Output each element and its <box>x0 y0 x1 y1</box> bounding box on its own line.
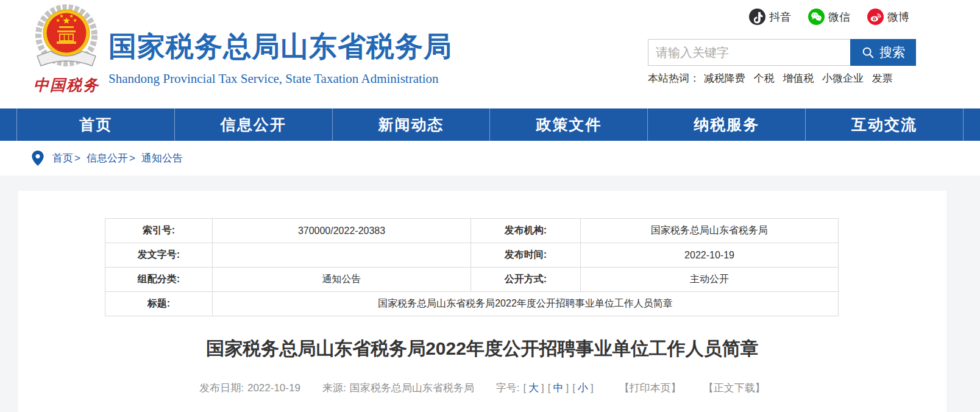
font-size-large-button[interactable]: [大] <box>523 381 544 395</box>
site-subtitle: Shandong Provincial Tax Service, State T… <box>108 71 452 87</box>
search-bar: 搜索 <box>648 39 916 66</box>
category-value: 通知公告 <box>213 268 471 292</box>
document-number-label: 发文字号: <box>105 243 213 268</box>
social-links: 抖音 微信 <box>749 9 909 25</box>
disclosure-method-label: 公开方式: <box>471 268 581 292</box>
nav-item-interaction[interactable]: 互动交流 <box>805 108 964 141</box>
publish-time-label: 发布时间: <box>471 243 581 268</box>
site-title: 国家税务总局山东省税务局 <box>108 28 452 66</box>
print-page-button[interactable]: 【打印本页】 <box>619 381 681 395</box>
source-label: 来源: <box>322 381 346 395</box>
tax-emblem-icon: ★ ★ ★ ★ ★ <box>32 4 101 74</box>
document-number-value <box>213 243 471 268</box>
wechat-label: 微信 <box>828 10 850 24</box>
search-input[interactable] <box>648 39 850 66</box>
bracket: [ <box>572 382 575 394</box>
publishing-authority-value: 国家税务总局山东省税务局 <box>581 219 839 243</box>
table-row: 发文字号: 发布时间: 2022-10-19 <box>105 243 839 268</box>
publishing-authority-label: 发布机构: <box>471 219 581 243</box>
bracket: ] <box>541 382 544 394</box>
title-label: 标题: <box>105 292 213 316</box>
font-size-group: 字号: [大] [中] [小] <box>496 381 597 395</box>
nav-item-tax-services[interactable]: 纳税服务 <box>647 108 805 141</box>
font-size-small-button[interactable]: [小] <box>572 381 593 395</box>
wechat-icon <box>808 9 825 25</box>
nav-item-info-disclosure[interactable]: 信息公开 <box>174 108 332 141</box>
site-header: ★ ★ ★ ★ ★ 中国税务 国家税务总局山东省税务局 Shandong Pro… <box>0 0 980 108</box>
bracket: [ <box>523 382 526 394</box>
logo-caption: 中国税务 <box>26 75 107 95</box>
font-size-large-label: 大 <box>528 382 539 394</box>
search-icon <box>861 46 875 59</box>
font-size-medium-label: 中 <box>553 382 564 394</box>
wechat-link[interactable]: 微信 <box>808 9 850 25</box>
hotword-link[interactable]: 发票 <box>872 73 893 84</box>
breadcrumb-notices[interactable]: 通知公告 <box>141 151 183 165</box>
font-size-small-label: 小 <box>578 382 588 394</box>
hotwords-row: 本站热词： 减税降费 个税 增值税 小微企业 发票 <box>648 71 898 85</box>
table-row: 标题: 国家税务总局山东省税务局2022年度公开招聘事业单位工作人员简章 <box>105 292 839 316</box>
breadcrumb: 首页 > 信息公开 > 通知公告 <box>32 151 183 166</box>
download-text-button[interactable]: 【正文下载】 <box>703 381 765 395</box>
index-number-value: 370000/2022-20383 <box>213 219 471 243</box>
weibo-icon <box>867 9 884 25</box>
svg-text:★: ★ <box>73 18 77 23</box>
search-button[interactable]: 搜索 <box>850 39 916 66</box>
site-brand: 国家税务总局山东省税务局 Shandong Provincial Tax Ser… <box>108 28 452 87</box>
nav-item-home[interactable]: 首页 <box>16 108 174 141</box>
douyin-icon <box>749 9 765 25</box>
main-nav: 首页 信息公开 新闻动态 政策文件 纳税服务 互动交流 <box>0 108 980 141</box>
publish-time-value: 2022-10-19 <box>581 243 839 268</box>
douyin-label: 抖音 <box>769 10 791 24</box>
article-meta: 发布日期: 2022-10-19 来源: 国家税务总局山东省税务局 字号: [大… <box>18 381 946 395</box>
breadcrumb-separator: > <box>129 152 135 165</box>
hotwords-label: 本站热词： <box>648 73 700 84</box>
hotword-link[interactable]: 个税 <box>753 73 774 84</box>
publish-date-label: 发布日期: <box>199 381 244 395</box>
breadcrumb-separator: > <box>74 152 80 165</box>
bracket: ] <box>566 382 569 394</box>
weibo-label: 微博 <box>887 10 909 24</box>
hotword-link[interactable]: 增值税 <box>783 73 814 84</box>
douyin-link[interactable]: 抖音 <box>749 9 791 25</box>
publish-date-value: 2022-10-19 <box>247 382 300 394</box>
svg-text:★: ★ <box>59 13 63 19</box>
breadcrumb-info-disclosure[interactable]: 信息公开 <box>87 151 128 165</box>
index-number-label: 索引号: <box>105 219 213 243</box>
weibo-link[interactable]: 微博 <box>867 9 909 25</box>
article-title: 国家税务总局山东省税务局2022年度公开招聘事业单位工作人员简章 <box>18 336 946 361</box>
breadcrumb-band: 首页 > 信息公开 > 通知公告 <box>0 141 980 176</box>
nav-item-policy-documents[interactable]: 政策文件 <box>489 108 647 141</box>
font-size-medium-button[interactable]: [中] <box>548 381 569 395</box>
font-size-label: 字号: <box>496 381 520 395</box>
disclosure-method-value: 主动公开 <box>581 268 839 292</box>
content-panel: 索引号: 370000/2022-20383 发布机构: 国家税务总局山东省税务… <box>18 191 946 412</box>
nav-item-news[interactable]: 新闻动态 <box>332 108 490 141</box>
document-info-table: 索引号: 370000/2022-20383 发布机构: 国家税务总局山东省税务… <box>105 218 839 316</box>
publish-date-group: 发布日期: 2022-10-19 <box>199 381 300 395</box>
hotword-link[interactable]: 小微企业 <box>822 73 864 84</box>
table-row: 索引号: 370000/2022-20383 发布机构: 国家税务总局山东省税务… <box>105 219 839 243</box>
hotword-link[interactable]: 减税降费 <box>704 73 745 84</box>
breadcrumb-home[interactable]: 首页 <box>52 151 73 165</box>
category-label: 组配分类: <box>105 268 213 292</box>
table-row: 组配分类: 通知公告 公开方式: 主动公开 <box>105 268 839 292</box>
title-value: 国家税务总局山东省税务局2022年度公开招聘事业单位工作人员简章 <box>213 292 839 316</box>
bracket: [ <box>548 382 551 394</box>
source-group: 来源: 国家税务总局山东省税务局 <box>322 381 474 395</box>
site-logo[interactable]: ★ ★ ★ ★ ★ 中国税务 <box>26 4 107 95</box>
source-value: 国家税务总局山东省税务局 <box>350 381 474 395</box>
search-button-label: 搜索 <box>879 44 905 61</box>
location-pin-icon <box>32 151 44 166</box>
bracket: ] <box>591 382 594 394</box>
